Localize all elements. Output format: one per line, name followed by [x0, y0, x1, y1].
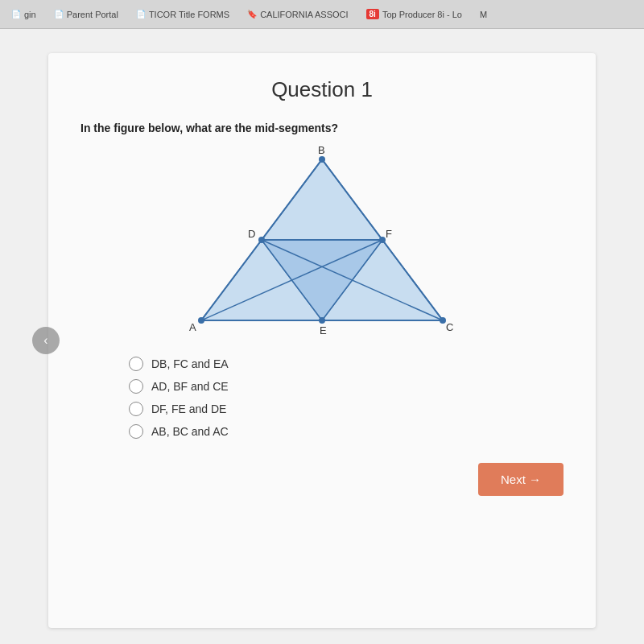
answer-option-c[interactable]: DF, FE and DE [129, 402, 564, 416]
quiz-card: ‹ Question 1 In the figure below, what a… [48, 53, 596, 628]
tab-mail[interactable]: M [475, 8, 492, 21]
svg-text:D: D [248, 228, 255, 240]
svg-point-13 [319, 317, 325, 324]
figure-area: B A C D F E [80, 147, 564, 341]
tab-top-producer[interactable]: 8i Top Producer 8i - Lo [361, 7, 467, 21]
question-text: In the figure below, what are the mid-se… [80, 122, 564, 134]
svg-point-8 [319, 156, 325, 163]
radio-b[interactable] [129, 379, 143, 394]
next-btn-area: Next → [80, 463, 564, 496]
doc-icon-2: 📄 [54, 10, 64, 19]
tab-california[interactable]: 🔖 CALIFORNIA ASSOCI [242, 8, 353, 21]
doc-icon-3: 📄 [136, 10, 146, 19]
radio-a[interactable] [129, 357, 143, 371]
svg-text:B: B [318, 144, 325, 156]
answer-option-b[interactable]: AD, BF and CE [129, 379, 564, 394]
svg-marker-0 [262, 159, 382, 240]
answers-section: DB, FC and EA AD, BF and CE DF, FE and D… [80, 357, 564, 439]
svg-text:E: E [320, 324, 327, 336]
radio-d[interactable] [129, 424, 143, 439]
tab-login[interactable]: 📄 gin [6, 8, 41, 21]
content-area: ‹ Question 1 In the figure below, what a… [0, 29, 644, 644]
browser-bar: 📄 gin 📄 Parent Portal 📄 TICOR Title FORM… [0, 0, 644, 29]
next-button[interactable]: Next → [478, 463, 564, 496]
back-button[interactable]: ‹ [32, 327, 60, 354]
svg-text:F: F [386, 228, 392, 240]
tab-ticor[interactable]: 📄 TICOR Title FORMS [131, 8, 234, 21]
question-title: Question 1 [80, 77, 564, 102]
svg-point-10 [440, 317, 446, 324]
answer-option-a[interactable]: DB, FC and EA [129, 357, 564, 371]
bookmark-icon: 🔖 [247, 10, 257, 19]
tab-parent-portal[interactable]: 📄 Parent Portal [49, 8, 123, 21]
svg-point-9 [198, 317, 204, 324]
svg-text:A: A [189, 321, 196, 333]
radio-c[interactable] [129, 402, 143, 416]
triangle-svg: B A C D F E [185, 147, 459, 341]
svg-point-11 [258, 237, 265, 243]
badge-8i: 8i [366, 9, 379, 19]
svg-text:C: C [446, 321, 453, 333]
svg-point-12 [379, 237, 386, 243]
answer-option-d[interactable]: AB, BC and AC [129, 424, 564, 439]
doc-icon: 📄 [11, 10, 21, 19]
